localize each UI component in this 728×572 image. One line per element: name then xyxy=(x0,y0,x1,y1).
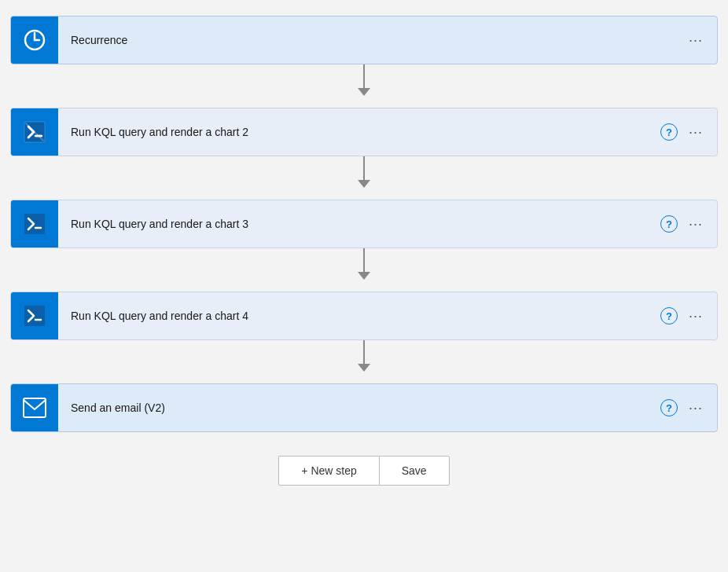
step-kql4[interactable]: Run KQL query and render a chart 4 ? ··· xyxy=(10,292,718,340)
connector-line-1 xyxy=(363,64,365,88)
connector-arrow-3 xyxy=(358,272,370,280)
recurrence-more-button[interactable]: ··· xyxy=(686,31,706,49)
step-kql3[interactable]: Run KQL query and render a chart 3 ? ··· xyxy=(10,200,718,248)
kql2-more-button[interactable]: ··· xyxy=(686,123,706,141)
kql3-label: Run KQL query and render a chart 3 xyxy=(58,218,660,230)
kql4-actions: ? ··· xyxy=(660,307,717,324)
kql4-help-button[interactable]: ? xyxy=(660,307,678,324)
save-button[interactable]: Save xyxy=(379,456,450,486)
connector-4 xyxy=(358,340,370,383)
email-label: Send an email (V2) xyxy=(58,402,660,414)
bottom-buttons: + New step Save xyxy=(278,456,449,486)
connector-line-2 xyxy=(363,156,365,180)
connector-arrow-4 xyxy=(358,364,370,372)
connector-arrow-1 xyxy=(358,88,370,96)
kql3-help-button[interactable]: ? xyxy=(660,215,678,233)
recurrence-actions: ··· xyxy=(686,31,717,49)
kql2-actions: ? ··· xyxy=(660,123,717,141)
kql2-icon xyxy=(11,108,58,156)
step-kql2[interactable]: Run KQL query and render a chart 2 ? ··· xyxy=(10,108,718,156)
flow-container: Recurrence ··· Run KQL query and render … xyxy=(10,16,718,486)
email-help-button[interactable]: ? xyxy=(660,399,678,416)
kql3-more-button[interactable]: ··· xyxy=(686,215,706,233)
connector-arrow-2 xyxy=(358,180,370,188)
recurrence-icon xyxy=(11,16,58,64)
connector-2 xyxy=(358,156,370,200)
new-step-button[interactable]: + New step xyxy=(278,456,378,486)
email-more-button[interactable]: ··· xyxy=(686,399,706,416)
connector-line-4 xyxy=(363,340,365,364)
kql2-label: Run KQL query and render a chart 2 xyxy=(58,126,660,138)
kql3-icon xyxy=(11,200,58,248)
kql4-more-button[interactable]: ··· xyxy=(686,307,706,324)
recurrence-label: Recurrence xyxy=(58,34,686,46)
kql4-label: Run KQL query and render a chart 4 xyxy=(58,310,660,322)
connector-3 xyxy=(358,248,370,292)
email-actions: ? ··· xyxy=(660,399,717,416)
svg-rect-14 xyxy=(24,398,46,417)
kql3-actions: ? ··· xyxy=(660,215,717,233)
step-recurrence[interactable]: Recurrence ··· xyxy=(10,16,718,64)
step-email[interactable]: Send an email (V2) ? ··· xyxy=(10,383,718,432)
connector-line-3 xyxy=(363,248,365,272)
email-icon xyxy=(11,384,58,431)
kql2-help-button[interactable]: ? xyxy=(660,123,678,141)
kql4-icon xyxy=(11,292,58,339)
connector-1 xyxy=(358,64,370,108)
